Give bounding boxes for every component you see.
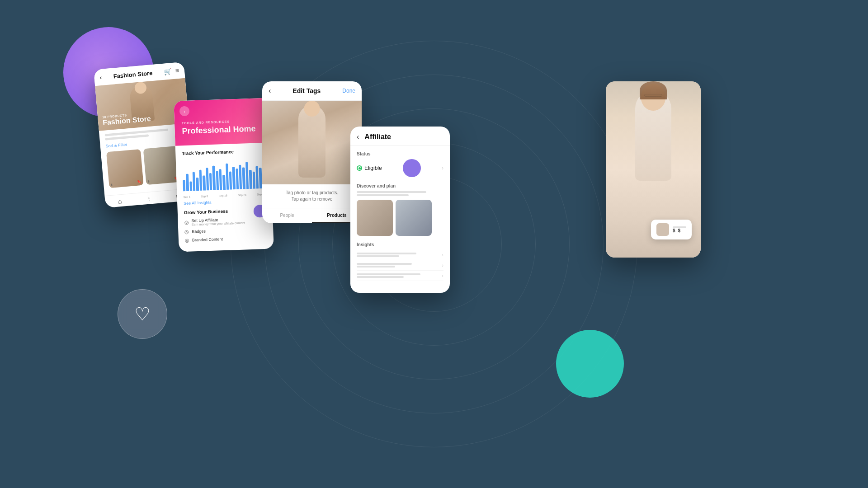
instruction-text: Tag photo or tag products. Tap again to … <box>268 190 356 202</box>
affiliate-body: Status Eligible › Discover and plan Insi… <box>350 146 450 293</box>
edit-tags-photo <box>262 101 362 184</box>
professional-home-card: ‹ TOOLS AND RESOURCES Professional Home … <box>174 98 274 252</box>
badges-label: Badges <box>192 229 206 234</box>
fashion-store-title: Fashion Store <box>113 70 153 80</box>
hair <box>640 81 667 99</box>
aff-product-1[interactable] <box>357 200 393 236</box>
chart-bar-16 <box>236 168 239 189</box>
see-all-insights[interactable]: See All Insights <box>184 198 266 205</box>
insights-label: Insights <box>357 242 443 247</box>
chart-bar-1 <box>186 174 189 191</box>
price-values: $ $ <box>673 228 686 233</box>
affiliate-text: Set Up Affiliate Earn money from your af… <box>191 216 245 226</box>
chart-bar-5 <box>199 169 202 190</box>
branded-icon: ◎ <box>185 237 189 243</box>
insight-row-2[interactable]: › <box>357 260 443 271</box>
price-1: $ <box>111 183 113 186</box>
grow-item-badges[interactable]: ◎ Badges <box>184 226 267 235</box>
affiliate-icon: ◎ <box>184 219 189 225</box>
insight-bar-group-1 <box>357 253 442 257</box>
chart-bar-14 <box>229 171 232 189</box>
affiliate-back[interactable]: ‹ <box>357 133 359 141</box>
edit-tags-card: ‹ Edit Tags Done Tag photo or tag produc… <box>262 81 362 223</box>
performance-chart <box>182 156 265 191</box>
status-section: Status Eligible › <box>357 151 443 177</box>
heart-icon: ♡ <box>134 304 151 324</box>
branded-label: Branded Content <box>192 237 223 242</box>
teal-blob <box>556 330 624 398</box>
insight-bar-3b <box>357 276 404 278</box>
price-content: $ $ <box>673 226 686 233</box>
insight-row-1[interactable]: › <box>357 250 443 260</box>
heart-bubble: ♡ <box>118 289 167 339</box>
status-chevron: › <box>442 165 443 171</box>
upload-nav-icon[interactable]: ↑ <box>147 195 151 202</box>
eligible-status: Eligible <box>357 165 382 171</box>
chart-bar-0 <box>183 180 185 191</box>
chart-bar-22 <box>255 166 259 188</box>
affiliate-status-row: Eligible › <box>357 159 443 177</box>
affiliate-header: ‹ Affiliate <box>350 127 450 146</box>
insight-chevron-3: › <box>442 273 443 278</box>
date-1: Sep 1 <box>184 195 191 198</box>
pro-title: Professional Home <box>182 124 263 136</box>
price-tag-overlay: $ $ <box>651 220 692 239</box>
track-performance-title: Track Your Performance <box>182 148 264 155</box>
aff-product-2[interactable] <box>396 200 432 236</box>
chart-bar-4 <box>196 178 199 191</box>
pro-header: ‹ TOOLS AND RESOURCES Professional Home <box>174 98 270 145</box>
bookmark-1[interactable]: 🔖 <box>137 179 142 184</box>
insight-bar-group-3 <box>357 273 442 278</box>
insight-bar-2a <box>357 263 412 265</box>
chart-bar-17 <box>239 164 242 189</box>
grow-item-affiliate[interactable]: ◎ Set Up Affiliate Earn money from your … <box>184 216 266 226</box>
insights-section: Insights › › › <box>357 242 443 281</box>
chart-bar-11 <box>219 169 222 190</box>
badges-icon: ◎ <box>184 229 189 235</box>
grow-item-branded[interactable]: ◎ Branded Content <box>185 235 267 243</box>
insight-chevron-2: › <box>442 263 443 268</box>
chart-bar-7 <box>206 168 209 190</box>
product-thumb-2[interactable]: $ 🔖 <box>143 146 181 185</box>
insight-bar-1b <box>357 255 399 257</box>
chart-bar-6 <box>203 175 206 190</box>
edit-tags-back[interactable]: ‹ <box>269 87 271 95</box>
tag-tabs: People Products <box>262 208 362 223</box>
price-dollar-2: $ <box>678 228 681 233</box>
chart-bar-3 <box>193 172 196 191</box>
menu-icon[interactable]: ≡ <box>175 67 179 75</box>
chart-bar-23 <box>259 168 262 188</box>
edit-tags-header: ‹ Edit Tags Done <box>262 81 362 101</box>
affiliate-toggle[interactable] <box>403 159 421 177</box>
edit-tags-done[interactable]: Done <box>342 88 355 94</box>
insight-bar-group-2 <box>357 263 442 267</box>
price-2: $ <box>148 180 150 183</box>
back-chevron: ‹ <box>184 108 185 113</box>
price-dollar-1: $ <box>673 228 675 233</box>
date-2: Sep 8 <box>201 195 208 198</box>
chart-bar-2 <box>189 181 192 191</box>
product-thumb-1[interactable]: $ 🔖 <box>106 149 144 188</box>
product-grid <box>357 200 443 236</box>
insight-row-3[interactable]: › <box>357 271 443 281</box>
back-icon[interactable]: ‹ <box>99 74 102 81</box>
affiliate-title: Affiliate <box>364 133 391 141</box>
discover-section: Discover and plan <box>357 183 443 236</box>
discover-label: Discover and plan <box>357 183 443 188</box>
home-nav-icon[interactable]: ⌂ <box>118 197 122 205</box>
cart-icon[interactable]: 🛒 <box>164 67 172 75</box>
discover-bar-1 <box>357 191 426 193</box>
eligible-indicator <box>357 165 362 171</box>
date-3: Sep 16 <box>219 194 227 197</box>
affiliate-card: ‹ Affiliate Status Eligible › Discover a… <box>350 127 450 293</box>
pro-back-button[interactable]: ‹ <box>179 106 190 117</box>
photo-simulation <box>262 101 362 184</box>
chart-bar-9 <box>212 165 216 190</box>
discover-bar-2 <box>357 194 409 196</box>
chart-bar-19 <box>245 162 249 189</box>
tab-people[interactable]: People <box>262 208 312 223</box>
chart-bar-8 <box>209 173 212 190</box>
chart-bar-15 <box>232 167 236 189</box>
status-label: Status <box>357 151 443 156</box>
edit-tags-title: Edit Tags <box>292 87 321 94</box>
